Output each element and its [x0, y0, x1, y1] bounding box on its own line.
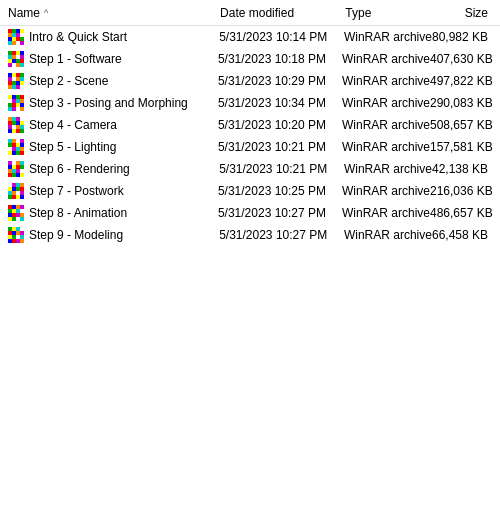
file-type-icon: [8, 139, 24, 155]
file-date: 5/31/2023 10:20 PM: [218, 118, 342, 132]
file-type-icon: [8, 161, 24, 177]
file-name-cell: Step 1 - Software: [8, 51, 218, 67]
column-header-type[interactable]: Type: [345, 6, 432, 20]
table-row[interactable]: Intro & Quick Start5/31/2023 10:14 PMWin…: [0, 26, 500, 48]
table-row[interactable]: Step 5 - Lighting5/31/2023 10:21 PMWinRA…: [0, 136, 500, 158]
table-row[interactable]: Step 8 - Animation5/31/2023 10:27 PMWinR…: [0, 202, 500, 224]
file-name: Step 6 - Rendering: [29, 162, 130, 176]
file-name-cell: Step 8 - Animation: [8, 205, 218, 221]
table-row[interactable]: Step 7 - Postwork5/31/2023 10:25 PMWinRA…: [0, 180, 500, 202]
file-explorer: Name ^ Date modified Type Size Intro & Q…: [0, 0, 500, 510]
column-header-date[interactable]: Date modified: [220, 6, 345, 20]
file-list: Intro & Quick Start5/31/2023 10:14 PMWin…: [0, 26, 500, 510]
file-name-cell: Intro & Quick Start: [8, 29, 219, 45]
file-date: 5/31/2023 10:21 PM: [219, 162, 344, 176]
file-type-icon: [8, 183, 24, 199]
file-name: Step 4 - Camera: [29, 118, 117, 132]
table-row[interactable]: Step 4 - Camera5/31/2023 10:20 PMWinRAR …: [0, 114, 500, 136]
file-date: 5/31/2023 10:18 PM: [218, 52, 342, 66]
file-size: 497,822 KB: [430, 74, 500, 88]
file-type-icon: [8, 95, 24, 111]
file-type: WinRAR archive: [342, 184, 430, 198]
table-header: Name ^ Date modified Type Size: [0, 0, 500, 26]
file-date: 5/31/2023 10:29 PM: [218, 74, 342, 88]
file-date: 5/31/2023 10:34 PM: [218, 96, 342, 110]
file-name-cell: Step 6 - Rendering: [8, 161, 219, 177]
file-size: 80,982 KB: [432, 30, 500, 44]
file-name-cell: Step 9 - Modeling: [8, 227, 219, 243]
table-row[interactable]: Step 6 - Rendering5/31/2023 10:21 PMWinR…: [0, 158, 500, 180]
file-size: 508,657 KB: [430, 118, 500, 132]
file-type: WinRAR archive: [344, 162, 432, 176]
file-type: WinRAR archive: [342, 52, 430, 66]
file-date: 5/31/2023 10:27 PM: [219, 228, 344, 242]
file-size: 407,630 KB: [430, 52, 500, 66]
table-row[interactable]: Step 1 - Software5/31/2023 10:18 PMWinRA…: [0, 48, 500, 70]
file-name: Step 3 - Posing and Morphing: [29, 96, 188, 110]
file-type-icon: [8, 117, 24, 133]
file-type: WinRAR archive: [342, 74, 430, 88]
file-name: Step 5 - Lighting: [29, 140, 116, 154]
file-type-icon: [8, 205, 24, 221]
file-name-cell: Step 3 - Posing and Morphing: [8, 95, 218, 111]
file-size: 486,657 KB: [430, 206, 500, 220]
file-type-icon: [8, 73, 24, 89]
file-name-cell: Step 7 - Postwork: [8, 183, 218, 199]
file-type: WinRAR archive: [344, 228, 432, 242]
file-type: WinRAR archive: [342, 140, 430, 154]
file-type-icon: [8, 51, 24, 67]
table-row[interactable]: Step 9 - Modeling5/31/2023 10:27 PMWinRA…: [0, 224, 500, 246]
file-size: 42,138 KB: [432, 162, 500, 176]
column-name-label: Name: [8, 6, 40, 20]
file-name: Step 9 - Modeling: [29, 228, 123, 242]
file-date: 5/31/2023 10:27 PM: [218, 206, 342, 220]
file-date: 5/31/2023 10:25 PM: [218, 184, 342, 198]
file-size: 290,083 KB: [430, 96, 500, 110]
file-type: WinRAR archive: [342, 118, 430, 132]
file-type-icon: [8, 29, 24, 45]
file-name: Intro & Quick Start: [29, 30, 127, 44]
file-name-cell: Step 4 - Camera: [8, 117, 218, 133]
file-date: 5/31/2023 10:14 PM: [219, 30, 344, 44]
sort-arrow: ^: [44, 8, 48, 18]
file-name: Step 2 - Scene: [29, 74, 108, 88]
column-header-name[interactable]: Name ^: [8, 6, 220, 20]
file-name: Step 7 - Postwork: [29, 184, 124, 198]
file-name-cell: Step 2 - Scene: [8, 73, 218, 89]
file-name-cell: Step 5 - Lighting: [8, 139, 218, 155]
file-type: WinRAR archive: [342, 206, 430, 220]
file-size: 66,458 KB: [432, 228, 500, 242]
column-header-size[interactable]: Size: [432, 6, 500, 20]
table-row[interactable]: Step 2 - Scene5/31/2023 10:29 PMWinRAR a…: [0, 70, 500, 92]
table-row[interactable]: Step 3 - Posing and Morphing5/31/2023 10…: [0, 92, 500, 114]
file-type: WinRAR archive: [342, 96, 430, 110]
file-size: 216,036 KB: [430, 184, 500, 198]
file-name: Step 8 - Animation: [29, 206, 127, 220]
file-size: 157,581 KB: [430, 140, 500, 154]
file-type-icon: [8, 227, 24, 243]
file-type: WinRAR archive: [344, 30, 432, 44]
file-name: Step 1 - Software: [29, 52, 122, 66]
file-date: 5/31/2023 10:21 PM: [218, 140, 342, 154]
